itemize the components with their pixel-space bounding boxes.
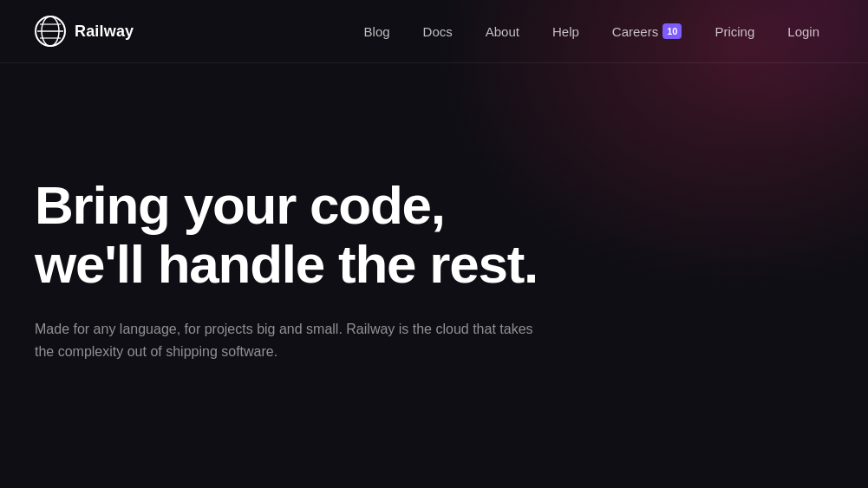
nav-item-about[interactable]: About bbox=[472, 17, 533, 46]
nav-item-careers[interactable]: Careers 10 bbox=[598, 16, 696, 47]
nav-item-pricing[interactable]: Pricing bbox=[701, 17, 768, 46]
logo-text: Railway bbox=[75, 23, 134, 41]
hero-heading-line1: Bring your code, bbox=[35, 175, 445, 235]
logo[interactable]: Railway bbox=[35, 16, 134, 47]
hero-heading: Bring your code, we'll handle the rest. bbox=[35, 176, 833, 294]
nav-item-help[interactable]: Help bbox=[538, 17, 593, 46]
careers-badge: 10 bbox=[662, 23, 682, 40]
nav-label-docs: Docs bbox=[423, 24, 453, 39]
navbar: Railway Blog Docs About Help Careers 10 … bbox=[0, 0, 868, 63]
nav-links: Blog Docs About Help Careers 10 Pricing … bbox=[350, 16, 833, 47]
nav-item-login[interactable]: Login bbox=[773, 17, 833, 46]
nav-label-login: Login bbox=[787, 24, 819, 39]
nav-label-careers: Careers bbox=[612, 24, 658, 39]
railway-logo-icon bbox=[35, 16, 66, 47]
nav-label-pricing: Pricing bbox=[715, 24, 754, 39]
nav-label-help: Help bbox=[552, 24, 579, 39]
hero-section: Bring your code, we'll handle the rest. … bbox=[0, 63, 868, 363]
hero-heading-line2: we'll handle the rest. bbox=[35, 234, 538, 294]
nav-label-blog: Blog bbox=[364, 24, 390, 39]
nav-label-about: About bbox=[486, 24, 519, 39]
nav-item-docs[interactable]: Docs bbox=[409, 17, 467, 46]
hero-subtext: Made for any language, for projects big … bbox=[35, 318, 538, 362]
nav-item-blog[interactable]: Blog bbox=[350, 17, 404, 46]
